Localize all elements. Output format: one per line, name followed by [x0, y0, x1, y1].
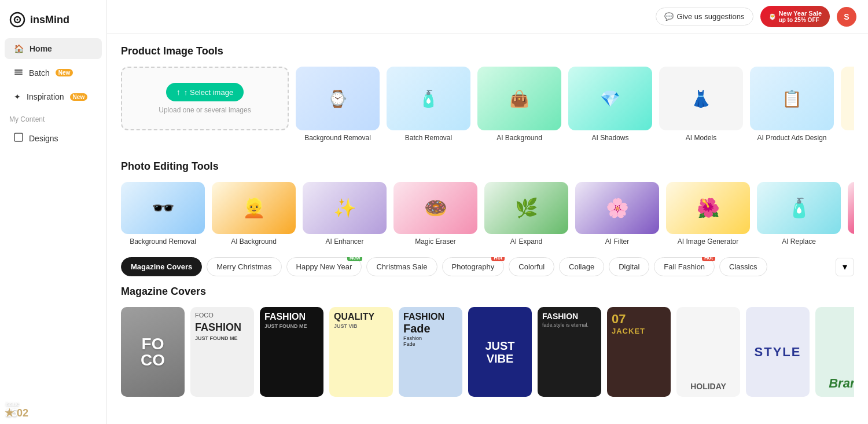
photo-tool-bg-remove[interactable]: 🕶️ Background Removal	[121, 182, 205, 246]
tag-badge-happy-new-year: New	[347, 257, 363, 261]
cover-4[interactable]: QUALITY JUST VIB	[329, 307, 393, 397]
inspiration-icon: ✦	[14, 92, 21, 101]
suggestions-label: Give us suggestions	[677, 12, 745, 21]
tool-label-ai-bg: AI Background	[496, 134, 542, 142]
tag-label-collage: Collage	[569, 262, 594, 271]
photo-tool-ai-expand[interactable]: 🌿 AI Expand	[484, 182, 568, 246]
sidebar-item-home[interactable]: 🏠 Home	[5, 38, 102, 59]
tags-dropdown-button[interactable]: ▾	[836, 258, 854, 276]
header: 💬 Give us suggestions 🎅 New Year Sale up…	[107, 0, 868, 34]
tool-card-batch-removal[interactable]: 🧴 Batch Removal	[387, 67, 470, 142]
upload-label: ↑ Select image	[184, 88, 233, 97]
cover-7[interactable]: FASHION fade,style is eternal. ★ 02	[538, 307, 601, 397]
svg-rect-5	[14, 74, 23, 75]
upload-card[interactable]: ↑ ↑ Select image Upload one or several i…	[121, 67, 289, 130]
photo-label-magic-eraser: Magic Eraser	[415, 237, 456, 246]
tag-photography[interactable]: Photography Hot	[442, 257, 505, 276]
tool-thumb-bg-removal: ⌚	[296, 67, 380, 130]
tag-magazine-covers[interactable]: Magazine Covers	[121, 257, 202, 276]
photo-tool-enhancer[interactable]: ✨ AI Enhancer	[303, 182, 387, 246]
upload-icon: ↑	[176, 87, 181, 97]
cover-5[interactable]: FASHION Fade FashionFade 05	[399, 307, 462, 397]
photo-tools-title: Photo Editing Tools	[121, 160, 854, 173]
tool-thumb-ai-shadows: 💎	[568, 67, 652, 130]
tag-fall-fashion[interactable]: Fall Fashion Hot	[654, 257, 715, 276]
tag-happy-new-year[interactable]: Happy New Year New	[286, 257, 362, 276]
tag-label-magazine-covers: Magazine Covers	[131, 262, 192, 271]
photo-tool-ai-replace[interactable]: 🧴 AI Replace	[757, 182, 841, 246]
designs-icon	[14, 133, 23, 144]
home-label: Home	[30, 44, 52, 53]
photo-tool-image-gen[interactable]: 🌺 AI Image Generator	[666, 182, 750, 246]
tag-label-classics: Classics	[729, 262, 757, 271]
tag-label-colorful: Colorful	[518, 262, 545, 271]
chevron-down-icon: ▾	[843, 261, 847, 272]
sidebar-item-designs[interactable]: Designs	[5, 127, 102, 149]
batch-icon	[14, 67, 23, 78]
tool-label-ai-product-ads: AI Product Ads Design	[757, 134, 826, 142]
svg-rect-6	[14, 133, 23, 141]
tool-card-extra[interactable]: ➤	[841, 67, 854, 142]
photo-label-ai-replace: AI Replace	[782, 237, 816, 246]
tool-card-ai-shadows[interactable]: 💎 AI Shadows	[568, 67, 652, 142]
magazine-covers-title: Magazine Covers	[121, 286, 854, 298]
batch-label: Batch	[29, 68, 50, 78]
tool-label-ai-shadows: AI Shadows	[591, 134, 628, 142]
tag-digital[interactable]: Digital	[609, 257, 649, 276]
tag-label-happy-new-year: Happy New Year	[296, 262, 352, 271]
tag-merry-christmas[interactable]: Merry Christmas	[207, 257, 281, 276]
covers-row: FOCO issue25 FOCO FASHION JUST FOUND ME …	[121, 307, 854, 397]
upload-button[interactable]: ↑ ↑ Select image	[166, 83, 244, 101]
product-tools-row: ↑ ↑ Select image Upload one or several i…	[121, 67, 854, 142]
cover-10[interactable]: STYLE	[746, 307, 810, 397]
batch-badge: New	[56, 69, 73, 76]
tool-label-batch-removal: Batch Removal	[405, 134, 452, 142]
tool-label-bg-removal: Background Removal	[304, 134, 371, 142]
tag-colorful[interactable]: Colorful	[509, 257, 554, 276]
tool-card-ai-models[interactable]: 👗 AI Models	[659, 67, 743, 142]
photo-label-ai-filter: AI Filter	[605, 237, 629, 246]
inspiration-badge: New	[70, 93, 88, 101]
cover-8[interactable]: 07 JACKET	[607, 307, 671, 397]
cover-3[interactable]: FASHION JUST FOUND ME	[260, 307, 323, 397]
photo-tool-magic-eraser[interactable]: 🍩 Magic Eraser	[393, 182, 477, 246]
suggestions-icon: 💬	[664, 12, 674, 21]
tool-card-ai-bg[interactable]: 👜 AI Background	[477, 67, 561, 142]
tag-label-fall-fashion: Fall Fashion	[664, 262, 705, 271]
cover-1[interactable]: FOCO issue25	[121, 307, 185, 397]
tag-label-digital: Digital	[619, 262, 639, 271]
photo-label-image-gen: AI Image Generator	[678, 237, 738, 246]
tool-thumb-ai-product-ads: 📋	[750, 67, 834, 130]
tag-badge-photography: Hot	[491, 257, 505, 261]
avatar-letter: S	[844, 12, 849, 21]
logo[interactable]: insMind	[0, 7, 106, 37]
photo-label-ai-expand: AI Expand	[510, 237, 542, 246]
tag-christmas-sale[interactable]: Christmas Sale	[366, 257, 437, 276]
sidebar-item-batch[interactable]: Batch New	[5, 61, 102, 84]
tag-collage[interactable]: Collage	[559, 257, 604, 276]
app-name: insMind	[30, 14, 69, 26]
cover-11[interactable]: Brand	[815, 307, 854, 397]
photo-label-ai-bg: AI Background	[231, 237, 277, 246]
cover-2[interactable]: FOCO FASHION JUST FOUND ME	[190, 307, 254, 397]
tool-thumb-extra: ➤	[841, 67, 854, 130]
suggestions-button[interactable]: 💬 Give us suggestions	[656, 8, 753, 25]
photo-tool-ai-filter[interactable]: 🌸 AI Filter	[575, 182, 659, 246]
svg-rect-3	[14, 70, 23, 71]
cover-6[interactable]: JUSTVIBE	[468, 307, 532, 397]
user-avatar[interactable]: S	[837, 7, 856, 27]
christmas-icon: 🎅	[768, 13, 777, 20]
logo-icon	[9, 12, 25, 28]
designs-label: Designs	[29, 134, 58, 143]
tool-card-bg-removal[interactable]: ⌚ Background Removal	[296, 67, 380, 142]
tag-classics[interactable]: Classics	[719, 257, 767, 276]
tool-card-ai-product-ads[interactable]: 📋 AI Product Ads Design	[750, 67, 834, 142]
tags-row: Magazine Covers Merry Christmas Happy Ne…	[121, 257, 854, 276]
upload-sublabel: Upload one or several images	[159, 106, 251, 114]
cover-9[interactable]: HOLIDAY	[676, 307, 740, 397]
photo-tool-extra[interactable]: 💄	[848, 182, 854, 246]
tool-thumb-batch-removal: 🧴	[387, 67, 470, 130]
photo-tool-ai-bg[interactable]: 👱 AI Background	[212, 182, 296, 246]
sidebar-item-inspiration[interactable]: ✦ Inspiration New	[5, 86, 102, 107]
new-year-sale-button[interactable]: 🎅 New Year Sale up to 25% OFF	[760, 6, 830, 27]
